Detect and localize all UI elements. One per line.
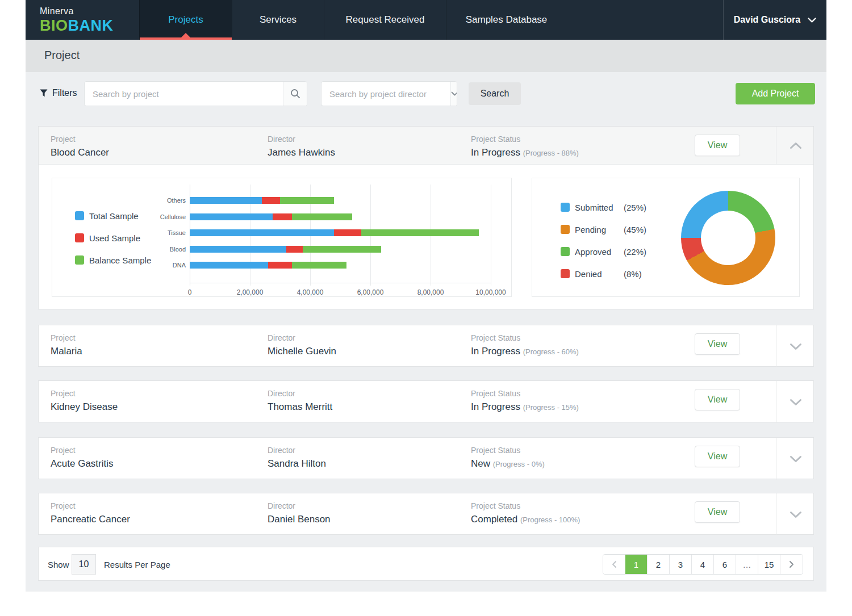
project-row-acute-gastritis: ProjectAcute Gastritis DirectorSandra Hi… xyxy=(38,437,814,479)
director-name: Daniel Benson xyxy=(268,514,331,525)
legend-swatch xyxy=(75,255,84,265)
progress-value: (Progress - 15%) xyxy=(523,403,579,412)
director-dropdown-toggle[interactable] xyxy=(450,82,457,106)
bar-segment xyxy=(190,229,334,236)
add-project-button[interactable]: Add Project xyxy=(736,83,815,104)
project-name: Malaria xyxy=(51,346,82,357)
row-divider xyxy=(776,127,776,165)
pagination-page-6[interactable]: 6 xyxy=(714,555,736,574)
status-value: In Progress xyxy=(471,147,520,158)
search-project-box xyxy=(84,81,307,106)
expand-row-button[interactable] xyxy=(784,438,808,480)
bar-category-label: Cellulose xyxy=(136,213,186,220)
bar-segment xyxy=(190,197,262,204)
search-director-box xyxy=(321,81,457,106)
bar-row-blood: Blood xyxy=(190,246,491,253)
progress-value: (Progress - 0%) xyxy=(493,460,545,468)
bar-chart-plot: OthersCelluloseTissueBloodDNA02,00,0004,… xyxy=(190,185,491,283)
progress-value: (Progress - 60%) xyxy=(523,347,579,356)
bar-segment xyxy=(334,229,361,236)
user-name: David Gusciora xyxy=(734,15,800,25)
status-value: Completed xyxy=(471,514,517,525)
pagination-page-3[interactable]: 3 xyxy=(670,555,692,574)
bar-segment xyxy=(190,262,268,269)
view-button[interactable]: View xyxy=(695,501,740,523)
page-size-select[interactable]: 10 xyxy=(72,554,96,575)
search-button[interactable]: Search xyxy=(469,82,521,105)
search-icon xyxy=(290,89,300,99)
donut-legend-item: Submitted(25%) xyxy=(561,203,646,212)
pagination-page-4[interactable]: 4 xyxy=(692,555,714,574)
search-director-input[interactable] xyxy=(321,82,450,106)
bar-segment xyxy=(280,197,334,204)
director-column: Director James Hawkins xyxy=(268,135,335,158)
bar-category-label: Blood xyxy=(136,246,186,253)
bar-category-label: Tissue xyxy=(136,229,186,236)
bar-segment xyxy=(361,229,479,236)
page-title-bar: Project xyxy=(26,40,826,72)
collapse-row-button[interactable] xyxy=(784,127,808,165)
legend-swatch xyxy=(75,211,84,220)
expand-row-button[interactable] xyxy=(784,493,808,535)
expand-row-button[interactable] xyxy=(784,381,808,423)
tab-samples-database[interactable]: Samples Database xyxy=(446,0,566,40)
chevron-down-icon xyxy=(790,343,802,350)
tab-request-received[interactable]: Request Received xyxy=(324,0,446,40)
donut-ring xyxy=(681,191,775,285)
search-project-input[interactable] xyxy=(85,82,283,106)
sample-bar-chart: Total SampleUsed SampleBalance Sample Ot… xyxy=(52,178,512,297)
donut-legend-item: Pending(45%) xyxy=(561,225,646,234)
brand-logo: Minerva BIOBANK xyxy=(40,6,114,35)
view-button[interactable]: View xyxy=(695,446,740,467)
user-menu[interactable]: David Gusciora xyxy=(723,0,826,40)
pagination-page-2[interactable]: 2 xyxy=(648,555,670,574)
x-axis-tick-label: 2,00,000 xyxy=(237,288,264,296)
status-value: In Progress xyxy=(471,401,520,412)
view-button[interactable]: View xyxy=(695,333,740,355)
brand-line2: BIOBANK xyxy=(40,17,114,35)
project-name: Acute Gastritis xyxy=(51,458,114,470)
project-row-malaria: ProjectMalaria DirectorMichelle Guevin P… xyxy=(38,325,814,367)
legend-swatch xyxy=(561,269,570,278)
row-divider xyxy=(776,381,776,423)
pagination-next-button[interactable] xyxy=(780,555,803,574)
status-value: In Progress xyxy=(471,346,520,357)
pagination-page-15[interactable]: 15 xyxy=(758,555,780,574)
view-button[interactable]: View xyxy=(695,389,740,410)
row-divider xyxy=(776,325,776,367)
x-axis-tick-label: 8,00,000 xyxy=(417,288,444,296)
gridline xyxy=(491,185,491,286)
donut-legend-item: Denied(8%) xyxy=(561,269,646,278)
row-divider xyxy=(776,493,776,535)
pagination-prev-button[interactable] xyxy=(603,555,625,574)
legend-swatch xyxy=(561,247,570,256)
brand-line1: Minerva xyxy=(40,6,114,16)
bar-segment xyxy=(268,262,292,269)
show-label: Show xyxy=(48,560,69,569)
nav-tabs: Projects Services Request Received Sampl… xyxy=(139,0,566,40)
filters-toggle[interactable]: Filters xyxy=(40,88,77,98)
page: Minerva BIOBANK Projects Services Reques… xyxy=(0,0,852,616)
project-column: Project Blood Cancer xyxy=(51,135,109,158)
bar-segment xyxy=(286,246,303,253)
bar-row-cellulose: Cellulose xyxy=(190,213,491,220)
bar-segment xyxy=(303,246,381,253)
project-row-pancreatic-cancer: ProjectPancreatic Cancer DirectorDaniel … xyxy=(38,493,814,535)
legend-swatch xyxy=(561,225,570,234)
donut-legend-item: Approved(22%) xyxy=(561,247,646,256)
chevron-up-icon xyxy=(790,142,802,149)
project-row-header: Project Blood Cancer Director James Hawk… xyxy=(39,127,813,165)
search-submit-cell[interactable] xyxy=(283,82,307,106)
tab-projects[interactable]: Projects xyxy=(139,0,232,40)
chevron-down-icon xyxy=(790,455,802,463)
tab-services[interactable]: Services xyxy=(232,0,324,40)
view-button[interactable]: View xyxy=(695,135,740,156)
bar-row-dna: DNA xyxy=(190,262,491,269)
results-per-page-label: Results Per Page xyxy=(104,560,170,569)
status-donut-chart: Submitted(25%)Pending(45%)Approved(22%)D… xyxy=(532,178,800,297)
donut-chart-legend: Submitted(25%)Pending(45%)Approved(22%)D… xyxy=(561,203,646,291)
bar-category-label: DNA xyxy=(136,262,186,269)
pagination-page-1[interactable]: 1 xyxy=(625,555,648,574)
expand-row-button[interactable] xyxy=(784,325,808,367)
progress-value: (Progress - 88%) xyxy=(523,149,579,157)
